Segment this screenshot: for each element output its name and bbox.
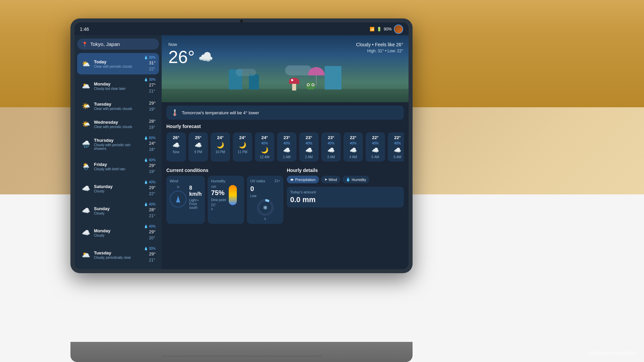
day-item-friday[interactable]: 🌦️ Friday Cloudy with brief rain 💧60% 29… <box>77 156 159 177</box>
wind-tab-label: Wind <box>329 178 337 182</box>
hour-label-3: 11 PM <box>238 150 248 154</box>
status-icons: 📶 🔋 90% <box>370 24 403 34</box>
hour-label-2: 10 PM <box>216 150 225 154</box>
today-name: Today <box>94 59 141 64</box>
hour-temp-0: 26° <box>173 135 179 140</box>
tab-humidity[interactable]: 💧 Humidity <box>342 176 370 183</box>
today-precip: 💧30% <box>144 56 156 59</box>
humidity-content: 100 75% Dew point 21° 0 <box>211 185 241 211</box>
hour-label-8: 4 AM <box>350 155 357 159</box>
mushroom-cap <box>289 78 299 84</box>
hourly-details-title: Hourly details <box>287 168 404 173</box>
hour-temp-2: 24° <box>217 135 224 140</box>
tuesday2-stats: 💧30% 29° 21° <box>144 247 156 263</box>
hour-item-3[interactable]: 24° 🌙 11 PM <box>233 132 252 162</box>
hour-item-1[interactable]: 25° ☁️ 9 PM <box>189 132 208 162</box>
hour-label-7: 3 AM <box>327 155 335 159</box>
humidity-tab-icon: 💧 <box>346 177 351 182</box>
hour-item-4[interactable]: 24° 40% 🌙 12 AM <box>255 132 274 162</box>
hero-condition: Cloudy • Feels like 26° <box>356 42 403 47</box>
hour-precip-6: 40% <box>306 141 312 145</box>
day-item-tuesday1[interactable]: 🌤️ Tuesday Clear with periodic clouds 29… <box>77 97 159 115</box>
now-label: Now <box>168 42 213 47</box>
day-item-thursday[interactable]: 🌧️ Thursday Cloudy with periodic rain sh… <box>77 133 159 155</box>
mushroom-stem <box>292 84 296 90</box>
tab-precipitation[interactable]: 🌧 Precipitation <box>287 176 319 183</box>
day-item-tuesday2[interactable]: 🌥️ Tuesday Cloudy, periodically clear 💧3… <box>77 244 159 265</box>
hour-icon-6: ☁️ <box>305 146 313 154</box>
hour-label-6: 2 AM <box>305 155 313 159</box>
uv-label: UV index <box>250 179 265 183</box>
monday1-info: Monday Cloudy but clear later <box>94 81 141 90</box>
compass-n-label: N <box>170 185 186 189</box>
details-content: Today's amount 0.0 mm <box>287 187 404 207</box>
day-item-monday1[interactable]: 🌥️ Monday Cloudy but clear later 💧30% 27… <box>77 75 159 97</box>
hour-item-6[interactable]: 23° 40% ☁️ 2 AM <box>299 132 319 162</box>
avatar[interactable] <box>394 24 403 34</box>
mushroom <box>289 78 299 90</box>
thursday-stats: 💧60% 24° 18° <box>144 136 156 152</box>
watermark: ANDROID AUTHORITY <box>588 350 637 356</box>
monday1-desc: Cloudy but clear later <box>94 87 141 90</box>
tuesday1-info: Tuesday Clear with periodic clouds <box>94 102 146 111</box>
hour-item-5[interactable]: 23° 40% ☁️ 1 AM <box>277 132 297 162</box>
hour-precip-7: 40% <box>328 141 334 145</box>
day-item-today[interactable]: ⛅ Today Clear with periodic clouds 💧30% … <box>77 53 159 74</box>
hour-icon-7: ☁️ <box>327 146 335 154</box>
hourly-scroll[interactable]: 26° ☁️ Now 25° ☁️ 9 PM 24° 🌙 10 PM 24° 🌙… <box>166 132 404 163</box>
details-tabs[interactable]: 🌧 Precipitation ➤ Wind 💧 <box>287 176 404 183</box>
uv-header: UV index 11+ <box>250 179 280 185</box>
compass-arrow <box>176 196 180 202</box>
day-item-monday2[interactable]: ☁️ Monday Cloudy 💧40% 29° 20° <box>77 222 159 243</box>
scroll-content[interactable]: 🌡️ Tomorrow's temperature will be 4° low… <box>162 102 409 269</box>
hour-icon-4: 🌙 <box>261 146 268 154</box>
hour-precip-10: 40% <box>394 141 401 145</box>
speaker-base: for(let i=0;i<80;i++) document.currentSc… <box>70 342 413 362</box>
main-panel: Now 26° ☁️ Cloudy • Feels like 26° High:… <box>162 35 409 269</box>
location-icon: 📍 <box>82 42 88 47</box>
uv-gauge: ❄️ <box>257 199 274 216</box>
tuesday1-stats: 29° 19° <box>149 100 156 112</box>
precip-tab-label: Precipitation <box>295 178 316 182</box>
tab-wind[interactable]: ➤ Wind <box>321 176 340 183</box>
uv-level: Low <box>250 194 280 198</box>
sidebar: 📍 Tokyo, Japan ⛅ Today Clear with period… <box>74 35 162 269</box>
saturday-info: Saturday Cloudy <box>94 184 141 193</box>
dew-point-label: Dew point <box>211 198 226 202</box>
status-time: 1:46 <box>80 26 89 32</box>
hour-item-10[interactable]: 22° 40% ☁️ 6 AM <box>388 132 404 162</box>
day-item-sunday[interactable]: ☁️ Sunday Cloudy 💧40% 28° 21° <box>77 200 159 221</box>
hour-icon-2: 🌙 <box>217 141 224 149</box>
hour-item-7[interactable]: 23° 40% ☁️ 3 AM <box>321 132 341 162</box>
current-conditions: Current conditions Wind N <box>166 168 283 224</box>
hero-temp-value: 26° <box>168 48 195 66</box>
thursday-icon: 🌧️ <box>80 139 91 149</box>
day-item-wednesday[interactable]: 🌤️ Wednesday Clear with periodic clouds … <box>77 115 159 133</box>
monday2-icon: ☁️ <box>80 227 91 238</box>
speaker-grille: for(let i=0;i<80;i++) document.currentSc… <box>141 353 342 359</box>
today-low: 22° <box>149 67 155 71</box>
hour-item-0[interactable]: 26° ☁️ Now <box>166 132 186 162</box>
wind-compass-container: N <box>170 185 186 209</box>
status-bar: 1:46 📶 🔋 90% <box>74 22 409 35</box>
uv-gauge-icon: ❄️ <box>263 205 268 210</box>
notice-text: Tomorrow's temperature will be 4° lower <box>182 110 259 115</box>
wind-desc: Light • From south <box>189 198 202 209</box>
hour-item-9[interactable]: 22° 40% ☁️ 5 AM <box>366 132 385 162</box>
humidity-tab-label: Humidity <box>352 178 366 182</box>
wind-card: Wind N <box>166 176 205 224</box>
day-item-saturday[interactable]: ☁️ Saturday Cloudy 💧40% 29° 22° <box>77 178 159 199</box>
screen-content: 📍 Tokyo, Japan ⛅ Today Clear with period… <box>74 35 409 269</box>
monday2-stats: 💧40% 29° 20° <box>144 225 156 241</box>
hour-item-2[interactable]: 24° 🌙 10 PM <box>211 132 230 162</box>
hour-icon-10: ☁️ <box>394 146 401 154</box>
wind-label: Wind <box>170 179 202 183</box>
location-bar[interactable]: 📍 Tokyo, Japan <box>77 39 159 50</box>
hour-temp-5: 23° <box>283 135 290 140</box>
hour-item-8[interactable]: 22° 40% ☁️ 4 AM <box>343 132 363 162</box>
hour-temp-3: 24° <box>239 135 246 140</box>
conditions-grid: Wind N <box>166 176 283 224</box>
hour-label-10: 6 AM <box>394 155 401 159</box>
hour-temp-4: 24° <box>261 135 268 140</box>
hour-precip-4: 40% <box>261 141 268 145</box>
